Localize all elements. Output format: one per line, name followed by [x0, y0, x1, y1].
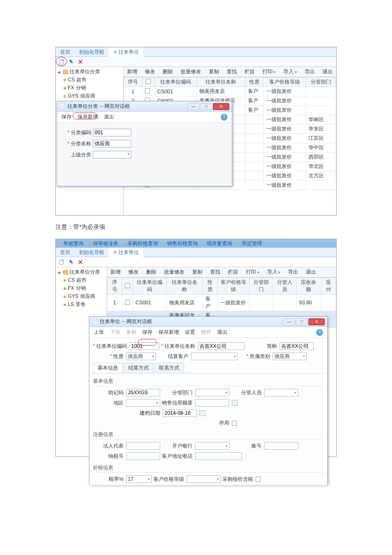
collapse-icon[interactable]: ◂ — [58, 269, 62, 275]
bank-select[interactable] — [195, 442, 229, 450]
tree-root[interactable]: ◂往来单位分类 — [58, 68, 121, 76]
delete-icon[interactable]: ✕ — [77, 259, 84, 266]
toolbar-复制[interactable]: 复制 — [192, 269, 202, 276]
checkbox[interactable] — [145, 88, 150, 93]
toolbar-栏目[interactable]: 栏目 — [228, 269, 238, 276]
column-header[interactable] — [142, 78, 155, 87]
tab-unit[interactable]: ✕往来单位 — [109, 248, 143, 257]
column-header[interactable]: 分管部门 — [306, 78, 336, 87]
toolbar-导入[interactable]: 导入 — [283, 68, 297, 75]
rate-select[interactable]: 17 — [126, 475, 152, 483]
legal-input[interactable] — [126, 442, 160, 450]
column-header[interactable]: 往来单位名称 — [167, 278, 203, 295]
quick-link[interactable]: ●采购价格查询 — [124, 240, 158, 247]
person-select[interactable] — [264, 389, 298, 396]
calendar-icon[interactable] — [232, 400, 238, 406]
tree-item[interactable]: LS 零售 — [58, 301, 105, 309]
toolbar-栏目[interactable]: 栏目 — [245, 68, 255, 75]
toolbar-批量修改[interactable]: 批量修改 — [164, 269, 184, 276]
tab-init[interactable]: 初始化导航 — [75, 47, 109, 57]
acct-input[interactable] — [264, 442, 298, 450]
prev-button[interactable]: 上张 — [94, 329, 104, 336]
tree-item[interactable]: CS 超市 — [58, 276, 105, 284]
column-header[interactable]: 往来单位名称 — [197, 78, 245, 87]
name-input[interactable] — [198, 342, 245, 350]
edit-icon[interactable]: ✎ — [68, 58, 75, 65]
nature-select[interactable]: 供应商 — [126, 353, 156, 360]
toolbar-删除[interactable]: 删除 — [163, 68, 173, 75]
toolbar-修改[interactable]: 修改 — [145, 68, 155, 75]
maximize-icon[interactable]: □ — [296, 318, 308, 325]
quick-link[interactable]: ●销售价格查询 — [163, 240, 198, 247]
collapse-icon[interactable]: ◂ — [58, 69, 62, 75]
column-header[interactable]: 分管人员 — [273, 278, 296, 295]
subtab-settle[interactable]: 结算方式 — [124, 363, 153, 373]
quick-link[interactable]: ●待审核业务 — [89, 240, 118, 247]
copy-button[interactable]: 复制 — [126, 329, 136, 336]
toolbar-导出[interactable]: 导出 — [288, 269, 298, 276]
tree-item[interactable]: FX 分销 — [58, 84, 121, 92]
code-input[interactable] — [130, 342, 159, 350]
column-header[interactable]: 序号 — [107, 278, 122, 295]
tree-item[interactable]: FX 分销 — [58, 284, 105, 292]
column-header[interactable]: 客户价格等级 — [218, 278, 250, 295]
close-icon[interactable]: ✕ — [308, 318, 325, 325]
tel-input[interactable] — [195, 452, 242, 460]
checkbox[interactable] — [146, 79, 151, 84]
taxno-input[interactable] — [126, 452, 160, 460]
quick-link[interactable]: ●凭证管理 — [237, 240, 262, 247]
tree-item[interactable]: GYS 供应商 — [58, 92, 121, 100]
tab-home[interactable]: 首页 — [56, 248, 75, 257]
incl-checkbox[interactable] — [256, 477, 261, 482]
mnemonic-input[interactable] — [126, 389, 160, 396]
checkbox[interactable] — [125, 283, 130, 288]
credit-input[interactable] — [195, 399, 229, 407]
column-header[interactable]: 性质 — [245, 78, 263, 87]
tab-home[interactable]: 首页 — [56, 47, 75, 57]
column-header[interactable]: 往来单位编码 — [155, 78, 197, 87]
disable-checkbox[interactable] — [232, 421, 237, 426]
help-icon[interactable]: ? — [221, 114, 228, 121]
close-icon[interactable]: ✕ — [113, 49, 117, 55]
save-new-button[interactable]: 保存新增 — [78, 113, 98, 121]
column-header[interactable]: 分管部门 — [250, 278, 273, 295]
region-select[interactable] — [126, 399, 160, 407]
tree-root[interactable]: ◂往来单位分类 — [58, 268, 105, 276]
checkbox[interactable] — [125, 300, 130, 305]
toolbar-新增[interactable]: 新增 — [110, 269, 121, 276]
toolbar-导入[interactable]: 导入 — [267, 269, 281, 276]
column-header[interactable]: 客户价格等级 — [263, 78, 306, 87]
new-icon[interactable] — [58, 259, 65, 266]
maximize-icon[interactable]: □ — [200, 103, 212, 110]
attach-button[interactable]: 附件 — [201, 329, 211, 336]
date-input[interactable] — [163, 409, 197, 417]
column-header[interactable]: 应收余额 — [296, 278, 321, 295]
cat-select[interactable]: 供应商 — [273, 353, 307, 360]
delete-icon[interactable]: ✕ — [77, 58, 84, 65]
exit-button[interactable]: 退出 — [217, 329, 228, 336]
toolbar-修改[interactable]: 修改 — [128, 269, 138, 276]
level-select[interactable] — [187, 475, 221, 483]
save-button[interactable]: 保存 — [61, 113, 72, 121]
subtab-contact[interactable]: 联系方式 — [154, 363, 184, 373]
next-button[interactable]: 下张 — [110, 329, 120, 336]
tree-item[interactable]: CS 超市 — [58, 76, 121, 84]
code-input[interactable] — [93, 129, 131, 136]
minimize-icon[interactable]: — — [283, 318, 295, 325]
toolbar-查找[interactable]: 查找 — [227, 68, 237, 75]
save-new-button[interactable]: 保存新增 — [159, 329, 179, 336]
new-icon[interactable] — [58, 58, 65, 65]
save-button[interactable]: 保存 — [142, 329, 153, 336]
short-input[interactable] — [280, 342, 314, 350]
column-header[interactable]: 应付 — [321, 278, 336, 295]
toolbar-退出[interactable]: 退出 — [306, 269, 316, 276]
close-icon[interactable]: ✕ — [113, 249, 117, 255]
table-row[interactable]: 1CS001物美用友店客户一级批发价93.60 — [107, 295, 336, 311]
quick-link[interactable]: ●现存量查询 — [203, 240, 232, 247]
help-icon[interactable]: ? — [316, 329, 323, 336]
dept-select[interactable] — [195, 389, 229, 396]
name-input[interactable] — [93, 140, 131, 147]
settings-button[interactable]: 设置 — [185, 329, 195, 336]
parent-select[interactable] — [93, 151, 131, 159]
tab-unit[interactable]: ✕往来单位 — [109, 47, 143, 57]
